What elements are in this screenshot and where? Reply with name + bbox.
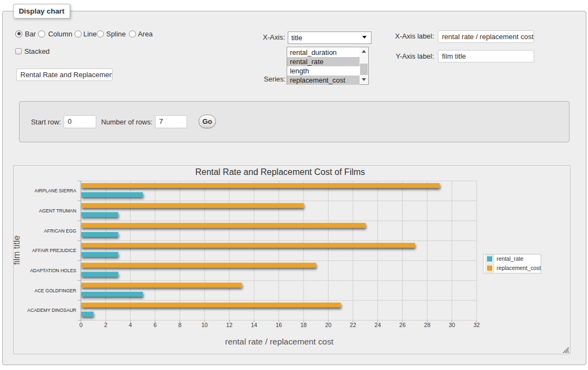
svg-text:24: 24 xyxy=(375,322,381,328)
svg-text:0: 0 xyxy=(79,322,83,328)
svg-text:20: 20 xyxy=(325,322,332,328)
svg-text:12: 12 xyxy=(226,322,233,328)
svg-text:rental rate / replacement cost: rental rate / replacement cost xyxy=(225,337,334,346)
svg-text:18: 18 xyxy=(300,322,307,328)
svg-text:AGENT TRUMAN: AGENT TRUMAN xyxy=(39,208,76,214)
svg-text:32: 32 xyxy=(473,322,480,328)
svg-text:26: 26 xyxy=(399,322,406,328)
svg-text:8: 8 xyxy=(178,322,182,328)
svg-text:AFFAIR PREJUDICE: AFFAIR PREJUDICE xyxy=(32,248,76,253)
svg-text:AFRICAN EGG: AFRICAN EGG xyxy=(44,228,77,234)
svg-text:10: 10 xyxy=(201,322,208,328)
svg-text:ADAPTATION HOLES: ADAPTATION HOLES xyxy=(30,268,76,273)
svg-text:6: 6 xyxy=(153,322,157,328)
svg-text:AIRPLANE SIERRA: AIRPLANE SIERRA xyxy=(34,188,76,193)
svg-text:28: 28 xyxy=(424,322,431,328)
svg-text:Rental Rate and Replacement Co: Rental Rate and Replacement Cost of Film… xyxy=(195,167,365,177)
svg-text:ACE GOLDFINGER: ACE GOLDFINGER xyxy=(34,288,76,293)
svg-text:4: 4 xyxy=(129,322,132,328)
svg-text:14: 14 xyxy=(251,322,257,328)
svg-text:2: 2 xyxy=(104,322,107,328)
svg-text:30: 30 xyxy=(449,322,455,328)
svg-text:film title: film title xyxy=(14,235,21,265)
svg-text:rental_rate: rental_rate xyxy=(497,256,524,262)
svg-text:ACADEMY DINOSAUR: ACADEMY DINOSAUR xyxy=(27,308,76,313)
svg-text:16: 16 xyxy=(276,322,282,328)
svg-text:replacement_cost: replacement_cost xyxy=(497,265,541,271)
svg-text:22: 22 xyxy=(350,322,356,328)
